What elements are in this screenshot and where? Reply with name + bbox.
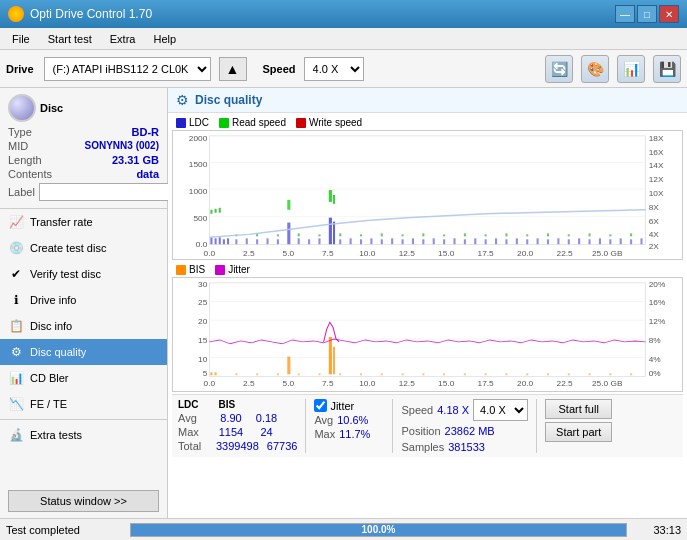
svg-rect-59 xyxy=(485,239,487,244)
sidebar-item-extra-tests[interactable]: 🔬 Extra tests xyxy=(0,422,167,448)
save-button[interactable]: 💾 xyxy=(653,55,681,83)
svg-rect-132 xyxy=(333,347,335,375)
svg-text:25.0 GB: 25.0 GB xyxy=(592,249,622,258)
stats-divider-1 xyxy=(305,399,306,453)
svg-text:0.0: 0.0 xyxy=(204,379,216,388)
svg-rect-75 xyxy=(210,210,212,214)
bis-max: 24 xyxy=(254,426,279,438)
svg-rect-48 xyxy=(370,238,372,244)
status-window-button[interactable]: Status window >> xyxy=(8,490,159,512)
extra-tests-icon: 🔬 xyxy=(8,427,24,443)
svg-rect-33 xyxy=(227,238,229,244)
svg-rect-143 xyxy=(422,373,424,375)
cd-bler-icon: 📊 xyxy=(8,370,24,386)
start-buttons: Start full Start part xyxy=(545,399,612,442)
refresh-button[interactable]: 🔄 xyxy=(545,55,573,83)
disc-info-panel: Disc Type BD-R MID SONYNN3 (002) Length … xyxy=(0,88,167,209)
sidebar-item-transfer-rate[interactable]: 📈 Transfer rate xyxy=(0,209,167,235)
svg-rect-35 xyxy=(333,222,335,245)
menu-help[interactable]: Help xyxy=(145,31,184,47)
type-label: Type xyxy=(8,126,32,138)
svg-rect-92 xyxy=(464,233,466,236)
eject-icon: ▲ xyxy=(226,61,240,77)
progress-text: 100.0% xyxy=(131,524,626,536)
svg-rect-147 xyxy=(505,373,507,375)
bis-avg: 0.18 xyxy=(254,412,279,424)
svg-text:1000: 1000 xyxy=(189,187,208,196)
jitter-avg: 10.6% xyxy=(337,414,368,426)
start-full-button[interactable]: Start full xyxy=(545,399,612,419)
menu-file[interactable]: File xyxy=(4,31,38,47)
nav-label-extra-tests: Extra tests xyxy=(30,429,82,441)
svg-rect-77 xyxy=(219,208,221,213)
menu-start-test[interactable]: Start test xyxy=(40,31,100,47)
jitter-checkbox[interactable] xyxy=(314,399,327,412)
eject-button[interactable]: ▲ xyxy=(219,57,247,81)
svg-rect-74 xyxy=(640,238,642,244)
svg-rect-76 xyxy=(215,209,217,213)
sidebar-item-create-test-disc[interactable]: 💿 Create test disc xyxy=(0,235,167,261)
svg-text:4X: 4X xyxy=(649,231,660,240)
svg-rect-57 xyxy=(464,239,466,244)
svg-text:1500: 1500 xyxy=(189,161,208,170)
svg-text:18X: 18X xyxy=(649,134,664,143)
svg-rect-101 xyxy=(209,283,645,376)
legend-read-speed-label: Read speed xyxy=(232,117,286,128)
disc-quality-header-icon: ⚙ xyxy=(176,92,189,108)
maximize-button[interactable]: □ xyxy=(637,5,657,23)
sidebar-item-verify-test-disc[interactable]: ✔ Verify test disc xyxy=(0,261,167,287)
svg-rect-80 xyxy=(287,200,290,210)
sidebar-item-fe-te[interactable]: 📉 FE / TE xyxy=(0,391,167,417)
menu-extra[interactable]: Extra xyxy=(102,31,144,47)
nav-label-disc-info: Disc info xyxy=(30,320,72,332)
svg-rect-146 xyxy=(485,373,487,375)
create-test-disc-icon: 💿 xyxy=(8,240,24,256)
svg-rect-37 xyxy=(235,239,237,244)
nav-label-drive-info: Drive info xyxy=(30,294,76,306)
drive-select[interactable]: (F:) ATAPI iHBS112 2 CL0K xyxy=(44,57,211,81)
speed-select[interactable]: 4.0 X xyxy=(304,57,364,81)
jitter-check: Jitter xyxy=(314,399,384,412)
legend-jitter: Jitter xyxy=(215,264,250,275)
time-text: 33:13 xyxy=(631,524,681,536)
svg-text:12%: 12% xyxy=(649,317,666,326)
svg-rect-55 xyxy=(443,239,445,244)
svg-rect-94 xyxy=(505,233,507,236)
svg-text:2.5: 2.5 xyxy=(243,379,255,388)
sidebar-item-drive-info[interactable]: ℹ Drive info xyxy=(0,287,167,313)
svg-rect-142 xyxy=(402,373,404,375)
svg-text:12.5: 12.5 xyxy=(399,249,416,258)
ldc-avg: 8.90 xyxy=(216,412,246,424)
jitter-label: Jitter xyxy=(330,400,354,412)
sidebar-item-cd-bler[interactable]: 📊 CD Bler xyxy=(0,365,167,391)
start-part-button[interactable]: Start part xyxy=(545,422,612,442)
info-button[interactable]: 📊 xyxy=(617,55,645,83)
svg-rect-50 xyxy=(391,238,393,244)
svg-text:8%: 8% xyxy=(649,336,661,345)
svg-text:5.0: 5.0 xyxy=(283,249,295,258)
svg-rect-144 xyxy=(443,373,445,375)
svg-rect-71 xyxy=(609,239,611,244)
svg-rect-32 xyxy=(223,239,225,244)
minimize-button[interactable]: — xyxy=(615,5,635,23)
stats-divider-3 xyxy=(536,399,537,453)
nav-label-transfer-rate: Transfer rate xyxy=(30,216,93,228)
label-label: Label xyxy=(8,186,35,198)
svg-rect-34 xyxy=(329,218,332,245)
close-button[interactable]: ✕ xyxy=(659,5,679,23)
svg-text:4%: 4% xyxy=(649,355,661,364)
stats-speed-select[interactable]: 4.0 X xyxy=(473,399,528,421)
svg-rect-64 xyxy=(537,238,539,244)
window-controls: — □ ✕ xyxy=(615,5,679,23)
sidebar-item-disc-quality[interactable]: ⚙ Disc quality xyxy=(0,339,167,365)
label-input[interactable] xyxy=(39,183,172,201)
samples-value: 381533 xyxy=(448,441,485,453)
svg-rect-90 xyxy=(422,233,424,236)
chart2-svg: 30 25 20 15 10 5 20% 16% 12% 8% 4% 0% 0.… xyxy=(173,278,682,391)
svg-text:20.0: 20.0 xyxy=(517,249,534,258)
svg-rect-148 xyxy=(526,373,528,375)
svg-rect-141 xyxy=(381,373,383,375)
sidebar-item-disc-info[interactable]: 📋 Disc info xyxy=(0,313,167,339)
svg-text:17.5: 17.5 xyxy=(478,249,495,258)
settings-button[interactable]: 🎨 xyxy=(581,55,609,83)
